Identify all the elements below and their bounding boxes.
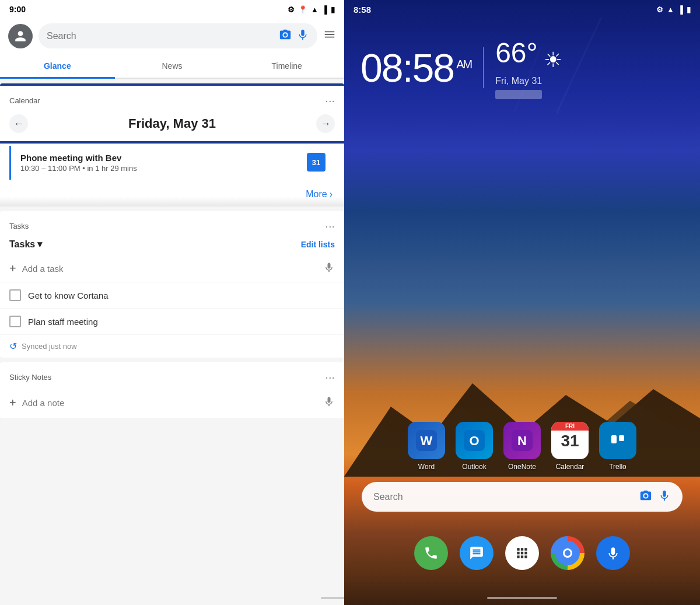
cal-date: 31: [561, 431, 579, 449]
location-icon: 📍: [298, 5, 307, 14]
right-panel: 8:58 ⚙ ▲ ▐ ▮ 08:58AM 66° ☀ Fri, May 31: [344, 0, 700, 605]
calendar-more-row[interactable]: More ›: [0, 182, 344, 207]
tasks-header: Tasks ···: [0, 211, 344, 233]
sticky-notes-card: Sticky Notes ··· + Add a note: [0, 362, 344, 418]
avatar-button[interactable]: [8, 24, 33, 48]
sticky-notes-title: Sticky Notes: [9, 373, 51, 382]
big-clock-display: 08:58AM: [360, 48, 471, 88]
note-mic-icon[interactable]: [323, 396, 335, 410]
search-input-box[interactable]: [38, 23, 317, 48]
right-status-icons: ⚙ ▲ ▐ ▮: [656, 5, 691, 14]
app-icons-row: W Word O Outlook N OneNote: [344, 422, 700, 471]
add-task-row: + Add a task: [0, 256, 344, 282]
dock-apps-button[interactable]: [505, 536, 539, 570]
scroll-content: Calendar ··· ← Friday, May 31 → Phone me…: [0, 79, 344, 605]
calendar-card: Calendar ··· ← Friday, May 31 → Phone me…: [0, 83, 344, 207]
status-icons-left: ⚙ 📍 ▲ ▐ ▮: [288, 5, 335, 14]
calendar-label: Calendar: [556, 463, 584, 471]
weather-temp-row: 66° ☀: [495, 37, 562, 72]
right-signal-icon: ▐: [678, 5, 683, 14]
event-time: 10:30 – 11:00 PM • in 1 hr 29 mins: [20, 164, 300, 173]
app-icon-outlook[interactable]: O Outlook: [456, 422, 493, 471]
search-input[interactable]: [47, 31, 274, 41]
right-settings-icon: ⚙: [656, 5, 663, 14]
app-icon-trello[interactable]: Trello: [599, 422, 636, 471]
calendar-date-row: ← Friday, May 31 →: [0, 111, 344, 144]
outlook-icon: O: [456, 422, 493, 459]
wifi-icon: ▲: [311, 5, 318, 14]
sticky-notes-more-button[interactable]: ···: [325, 370, 335, 384]
more-chevron-icon: ›: [330, 189, 332, 200]
svg-rect-10: [619, 435, 624, 441]
calendar-card-header: Calendar ···: [0, 86, 344, 111]
dock-chrome-button[interactable]: [551, 536, 584, 570]
task-mic-icon[interactable]: [323, 261, 335, 276]
dock-assist-button[interactable]: [596, 536, 630, 570]
tab-news[interactable]: News: [115, 54, 230, 78]
calendar-prev-button[interactable]: ←: [9, 114, 28, 133]
task-item-1: Get to know Cortana: [0, 282, 344, 309]
svg-text:N: N: [517, 433, 527, 448]
calendar-event: Phone meeting with Bev 10:30 – 11:00 PM …: [9, 146, 335, 180]
bottom-search-bar[interactable]: [362, 482, 682, 512]
edit-lists-button[interactable]: Edit lists: [301, 240, 335, 249]
tasks-more-button[interactable]: ···: [325, 219, 335, 233]
home-indicator: [321, 597, 344, 599]
tasks-dropdown-button[interactable]: Tasks ▾: [9, 239, 42, 250]
bottom-search-input[interactable]: [373, 492, 634, 502]
app-icon-word[interactable]: W Word: [408, 422, 445, 471]
calendar-app-icon: FRI 31: [551, 422, 589, 459]
svg-rect-8: [607, 430, 628, 451]
svg-rect-9: [611, 435, 617, 443]
tab-glance[interactable]: Glance: [0, 54, 115, 78]
svg-text:W: W: [421, 433, 433, 448]
dock-row: [344, 536, 700, 570]
event-details: Phone meeting with Bev 10:30 – 11:00 PM …: [20, 153, 300, 173]
tab-timeline[interactable]: Timeline: [229, 54, 344, 78]
calendar-card-title: Calendar: [9, 96, 40, 105]
task-label-1: Get to know Cortana: [28, 291, 108, 300]
left-panel: 9:00 ⚙ 📍 ▲ ▐ ▮: [0, 0, 344, 605]
trello-icon: [599, 422, 636, 459]
dropdown-chevron-icon: ▾: [37, 239, 42, 250]
dock-chat-button[interactable]: [460, 536, 494, 570]
onenote-label: OneNote: [508, 463, 536, 471]
clock-weather-block: 08:58AM 66° ☀ Fri, May 31: [344, 19, 700, 111]
tabs-row: Glance News Timeline: [0, 54, 344, 79]
sync-icon: ↺: [9, 341, 17, 352]
cal-header: FRI: [551, 422, 589, 431]
app-icon-onenote[interactable]: N OneNote: [503, 422, 541, 471]
weather-location: [495, 90, 542, 99]
battery-icon: ▮: [331, 5, 335, 14]
dock-phone-button[interactable]: [414, 536, 448, 570]
status-bar-right: 8:58 ⚙ ▲ ▐ ▮: [344, 0, 700, 19]
app-icon-calendar[interactable]: FRI 31 Calendar: [551, 422, 589, 471]
more-label: More: [306, 189, 327, 200]
add-task-label[interactable]: Add a task: [22, 264, 317, 274]
tasks-dropdown-label: Tasks: [9, 239, 35, 250]
tasks-title-row: Tasks ▾ Edit lists: [0, 233, 344, 256]
bottom-mic-icon[interactable]: [658, 489, 671, 505]
weather-block: 66° ☀ Fri, May 31: [495, 37, 562, 99]
add-note-plus-icon: +: [9, 396, 16, 410]
right-battery-icon: ▮: [687, 5, 691, 14]
settings-icon: ⚙: [288, 5, 295, 14]
bottom-camera-icon[interactable]: [639, 489, 652, 505]
signal-icon: ▐: [322, 5, 327, 14]
camera-search-icon[interactable]: [279, 28, 292, 44]
mic-search-icon[interactable]: [296, 28, 309, 44]
task-checkbox-2[interactable]: [9, 316, 21, 327]
time-right: 8:58: [354, 5, 371, 15]
tasks-card-title: Tasks: [9, 222, 29, 230]
calendar-next-button[interactable]: →: [316, 114, 335, 133]
clock-weather-divider: [483, 47, 484, 88]
add-task-plus-icon: +: [9, 262, 16, 275]
list-icon[interactable]: [323, 28, 336, 44]
calendar-more-button[interactable]: ···: [325, 94, 335, 107]
sticky-notes-header: Sticky Notes ···: [0, 362, 344, 387]
task-checkbox-1[interactable]: [9, 289, 21, 301]
add-note-row: + Add a note: [0, 387, 344, 418]
add-note-label[interactable]: Add a note: [22, 398, 317, 408]
home-indicator-right: [487, 597, 557, 599]
right-wifi-icon: ▲: [667, 5, 674, 14]
